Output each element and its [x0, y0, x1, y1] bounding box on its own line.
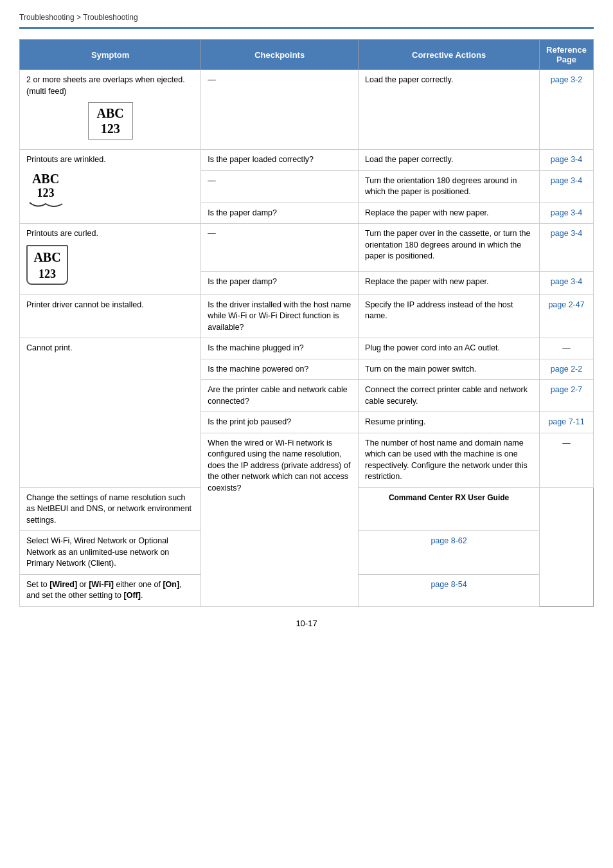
corrective-action-cell: Specify the IP address instead of the ho…: [359, 294, 540, 338]
reference-link[interactable]: page 7-11: [548, 417, 584, 426]
corrective-action-cell: The number of host name and domain name …: [359, 433, 540, 487]
corrective-action-cell: Connect the correct printer cable and ne…: [359, 380, 540, 412]
reference-cell: —: [540, 338, 594, 359]
corrective-action-cell: Turn on the main power switch.: [359, 359, 540, 380]
checkpoint-cell: —: [201, 224, 359, 272]
reference-cell: page 7-11: [540, 412, 594, 433]
corrective-action-cell: Select Wi-Fi, Wired Network or Optional …: [20, 531, 201, 575]
checkpoint-cell: Is the machine powered on?: [201, 359, 359, 380]
top-border: [19, 27, 594, 29]
checkpoint-cell: Is the print job paused?: [201, 412, 359, 433]
reference-link[interactable]: page 3-4: [551, 155, 582, 164]
reference-cell: page 3-4: [540, 170, 594, 203]
reference-link[interactable]: page 3-4: [551, 208, 582, 217]
reference-link[interactable]: page 3-4: [551, 277, 582, 286]
reference-link[interactable]: page 3-4: [551, 229, 582, 238]
symptom-cell: Printouts are curled.ABC123: [20, 224, 201, 295]
reference-link[interactable]: page 2-7: [551, 385, 582, 394]
reference-cell: page 3-4: [540, 224, 594, 272]
reference-cell: page 3-4: [540, 203, 594, 224]
page-number: 10-17: [19, 619, 594, 628]
symptom-cell: Printouts are wrinkled.ABC123: [20, 150, 201, 224]
breadcrumb: Troubleshooting > Troubleshooting: [19, 13, 594, 22]
corrective-action-cell: Load the paper correctly.: [359, 70, 540, 150]
checkpoint-cell: Are the printer cable and network cable …: [201, 380, 359, 412]
checkpoint-cell: —: [201, 70, 359, 150]
reference-cell: page 3-2: [540, 70, 594, 150]
reference-cell: page 3-4: [540, 150, 594, 171]
table-row: 2 or more sheets are overlaps when eject…: [20, 70, 594, 150]
table-row: Printouts are curled.ABC123—Turn the pap…: [20, 224, 594, 272]
symptom-cell: Printer driver cannot be installed.: [20, 294, 201, 338]
reference-link[interactable]: page 8-54: [431, 580, 466, 589]
reference-link[interactable]: page 2-47: [548, 300, 584, 309]
reference-cell: page 2-7: [540, 380, 594, 412]
table-row: Printouts are wrinkled.ABC123Is the pape…: [20, 150, 594, 171]
reference-cell: page 2-47: [540, 294, 594, 338]
reference-link[interactable]: page 2-2: [551, 365, 582, 374]
symptom-cell: 2 or more sheets are overlaps when eject…: [20, 70, 201, 150]
troubleshooting-table: Symptom Checkpoints Corrective Actions R…: [19, 39, 594, 607]
checkpoint-cell: Is the paper loaded correctly?: [201, 150, 359, 171]
checkpoint-cell: Is the paper damp?: [201, 271, 359, 294]
reference-cell: —: [540, 433, 594, 487]
corrective-action-cell: Change the settings of name resolution s…: [20, 487, 201, 531]
checkpoint-cell: Is the machine plugged in?: [201, 338, 359, 359]
checkpoint-cell: Is the driver installed with the host na…: [201, 294, 359, 338]
header-reference-page: Reference Page: [540, 40, 594, 70]
table-row: Printer driver cannot be installed.Is th…: [20, 294, 594, 338]
checkpoint-cell: —: [201, 170, 359, 203]
reference-cell: page 3-4: [540, 271, 594, 294]
corrective-action-cell: Replace the paper with new paper.: [359, 203, 540, 224]
corrective-action-cell: Replace the paper with new paper.: [359, 271, 540, 294]
reference-link[interactable]: page 3-2: [551, 75, 582, 84]
header-symptom: Symptom: [20, 40, 201, 70]
checkpoint-cell: When the wired or Wi-Fi network is confi…: [201, 433, 359, 606]
corrective-action-cell: Turn the orientation 180 degrees around …: [359, 170, 540, 203]
header-corrective-actions: Corrective Actions: [359, 40, 540, 70]
reference-cell: page 8-62: [359, 531, 540, 575]
reference-link[interactable]: page 8-62: [431, 536, 466, 545]
corrective-action-cell: Resume printing.: [359, 412, 540, 433]
reference-cell: Command Center RX User Guide: [359, 487, 540, 531]
table-row: Cannot print.Is the machine plugged in?P…: [20, 338, 594, 359]
corrective-action-cell: Set to [Wired] or [Wi-Fi] either one of …: [20, 574, 201, 606]
symptom-cell: Cannot print.: [20, 338, 201, 488]
reference-cell: page 8-54: [359, 574, 540, 606]
corrective-action-cell: Plug the power cord into an AC outlet.: [359, 338, 540, 359]
corrective-action-cell: Load the paper correctly.: [359, 150, 540, 171]
reference-link[interactable]: page 3-4: [551, 176, 582, 185]
checkpoint-cell: Is the paper damp?: [201, 203, 359, 224]
header-checkpoints: Checkpoints: [201, 40, 359, 70]
reference-cell: page 2-2: [540, 359, 594, 380]
corrective-action-cell: Turn the paper over in the cassette, or …: [359, 224, 540, 272]
